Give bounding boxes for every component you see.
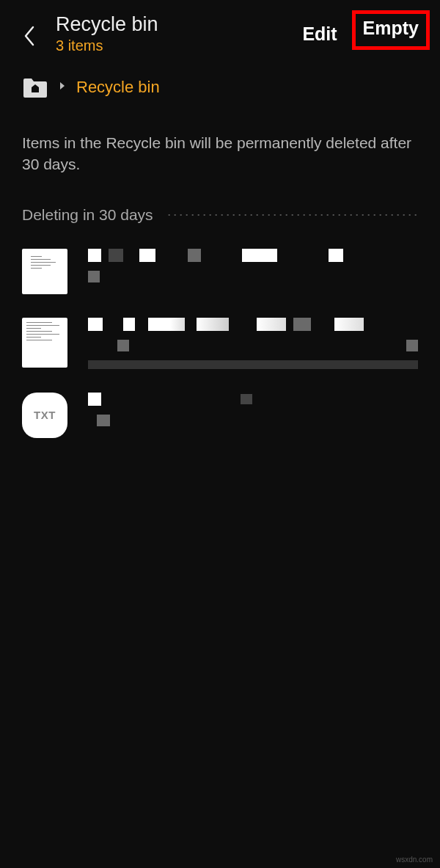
edit-button[interactable]: Edit <box>302 23 337 45</box>
item-count: 3 items <box>56 37 302 54</box>
file-info <box>88 393 418 435</box>
home-folder-icon[interactable] <box>22 76 48 98</box>
file-info <box>88 249 418 291</box>
page-title: Recycle bin <box>56 13 302 36</box>
file-name-redacted <box>88 249 418 262</box>
back-icon <box>23 25 36 47</box>
file-info <box>88 318 418 369</box>
document-thumbnail <box>22 318 67 368</box>
file-meta-redacted <box>88 340 418 351</box>
file-meta-redacted <box>88 415 418 426</box>
document-thumbnail <box>22 249 67 294</box>
txt-label: TXT <box>34 409 56 421</box>
file-meta-redacted <box>88 271 418 282</box>
file-list: TXT <box>0 237 440 450</box>
txt-file-icon: TXT <box>22 393 67 438</box>
section-label: Deleting in 30 days <box>22 206 153 224</box>
header-actions: Edit Empty <box>302 18 425 50</box>
breadcrumb-current[interactable]: Recycle bin <box>76 78 160 97</box>
breadcrumb-separator-icon <box>59 81 66 94</box>
file-item[interactable]: TXT <box>22 381 418 450</box>
file-subline-redacted <box>88 360 418 369</box>
section-divider <box>166 214 418 216</box>
empty-button[interactable]: Empty <box>363 18 419 39</box>
title-block: Recycle bin 3 items <box>56 13 302 54</box>
file-name-redacted <box>88 393 418 406</box>
header: Recycle bin 3 items Edit Empty <box>0 0 440 63</box>
file-name-redacted <box>88 318 418 331</box>
info-text: Items in the Recycle bin will be permane… <box>0 112 440 184</box>
file-item[interactable] <box>22 306 418 381</box>
file-item[interactable] <box>22 237 418 306</box>
empty-button-highlight: Empty <box>352 10 430 50</box>
section-header: Deleting in 30 days <box>0 184 440 237</box>
breadcrumb: Recycle bin <box>0 63 440 112</box>
watermark: wsxdn.com <box>396 856 433 864</box>
back-button[interactable] <box>15 18 44 54</box>
